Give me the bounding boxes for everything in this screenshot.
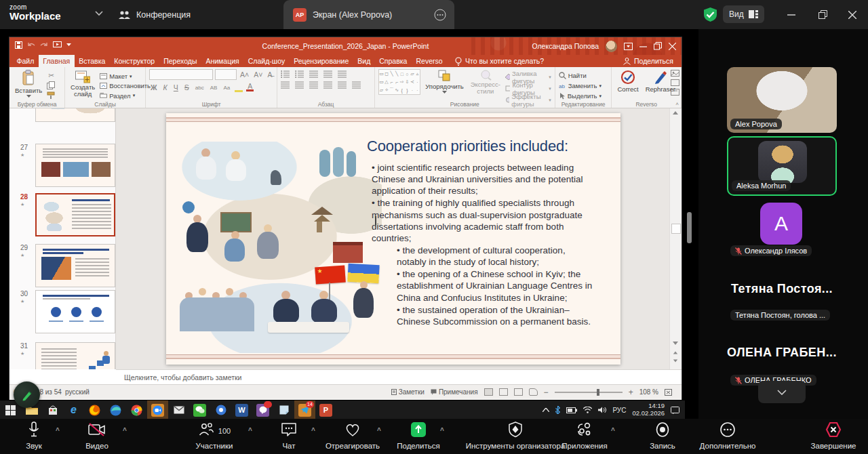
control-share-button[interactable]: Поделиться (378, 422, 459, 450)
replace-button[interactable]: abЗаменить▾ (559, 81, 608, 90)
font-color-button[interactable]: А (246, 83, 254, 91)
thumbnail-slide-31[interactable] (35, 342, 115, 369)
tell-me-box[interactable]: Что вы хотите сделать? (465, 57, 544, 65)
taskbar-sticky-notes-icon[interactable] (273, 400, 294, 419)
speaker-icon[interactable] (598, 407, 606, 413)
taskbar-wechat-icon[interactable] (189, 400, 210, 419)
ppt-minimize-icon[interactable] (639, 43, 647, 50)
scrollbar-thumb[interactable] (671, 224, 681, 234)
ppt-tab-4[interactable]: Переходы (159, 55, 201, 67)
ribbon-display-options-icon[interactable] (624, 43, 633, 50)
numbering-icon[interactable] (295, 70, 304, 78)
taskbar-powerpoint-icon[interactable]: P (315, 400, 336, 419)
ppt-tab-10[interactable]: Reverso (412, 55, 447, 67)
normal-view-button[interactable] (484, 388, 493, 396)
zoom-slider[interactable] (555, 392, 623, 393)
taskbar-mail-icon[interactable] (168, 400, 189, 419)
taskbar-chrome-icon[interactable] (126, 400, 147, 419)
tray-expand-icon[interactable] (542, 408, 549, 412)
panel-textbox-icon[interactable] (671, 89, 679, 96)
justify-icon[interactable] (323, 81, 332, 89)
ppt-tab-5[interactable]: Анимация (201, 55, 243, 67)
bold-button[interactable]: Ж (149, 83, 159, 91)
thumbnail-partial[interactable] (35, 108, 115, 122)
notes-pane[interactable]: Щелкните, чтобы добавить заметки (116, 369, 682, 384)
participant-tile-2[interactable]: Aleksa Morhun (727, 136, 837, 196)
next-slide-icon[interactable] (673, 360, 677, 363)
reading-view-button[interactable] (514, 388, 523, 396)
workspace-chevron-icon[interactable] (95, 11, 103, 16)
notes-toggle[interactable]: Заметки (391, 388, 425, 396)
previous-slide-icon[interactable] (673, 352, 677, 354)
wifi-icon[interactable] (583, 407, 592, 413)
line-spacing-icon[interactable] (338, 70, 347, 78)
panel-placeholder-icon[interactable] (671, 79, 679, 86)
thumbnail-slide-27[interactable] (35, 144, 115, 187)
ppt-share-button[interactable]: Поделиться (623, 57, 682, 65)
fit-to-window-icon[interactable] (665, 389, 672, 396)
align-center-icon[interactable] (295, 81, 304, 89)
new-slide-button[interactable]: Создать слайд (68, 69, 97, 100)
reset-slide-button[interactable]: Восстановить (100, 81, 151, 90)
scroll-down-icon[interactable] (673, 342, 678, 345)
ppt-tab-6[interactable]: Слайд-шоу (243, 55, 289, 67)
increase-font-icon[interactable]: A˄ (239, 70, 250, 79)
comments-toggle[interactable]: Примечания (431, 388, 478, 396)
battery-icon[interactable] (566, 407, 577, 413)
ppt-account-avatar[interactable] (606, 41, 617, 52)
decrease-font-icon[interactable]: A˅ (252, 70, 264, 79)
find-button[interactable]: Найти (559, 69, 608, 80)
participants-collapse-button[interactable] (758, 381, 806, 403)
thumbnail-slide-29[interactable] (35, 244, 115, 287)
correct-button[interactable]: Correct (615, 69, 640, 100)
ppt-restore-icon[interactable] (654, 42, 662, 50)
quick-styles-button[interactable]: Экспресс-стили (469, 69, 502, 100)
control-chevron-icon[interactable]: ^ (440, 427, 444, 434)
panel-image-icon[interactable] (671, 70, 679, 77)
ppt-tab-8[interactable]: Вид (353, 55, 375, 67)
zoom-out-button[interactable]: − (544, 388, 549, 397)
annotation-button[interactable] (14, 381, 40, 408)
participant-tile-5[interactable]: ОЛЕНА ГРАБЕН...ОЛЕНА ГРАБЕНКО (727, 327, 837, 389)
thumbnail-slide-28[interactable] (35, 193, 115, 236)
paste-button[interactable]: Вставить (13, 69, 44, 100)
tray-language[interactable]: РУС (612, 407, 626, 414)
taskbar-firefox-icon[interactable] (84, 400, 105, 419)
window-minimize-button[interactable] (780, 0, 803, 29)
align-right-icon[interactable] (309, 81, 318, 89)
format-painter-icon[interactable] (47, 91, 55, 100)
window-close-button[interactable] (841, 0, 864, 29)
control-people-button[interactable]: 100Участники (174, 422, 255, 450)
ppt-tab-1[interactable]: Главная (39, 55, 75, 67)
tab-conference[interactable]: Конференция (119, 0, 191, 29)
clear-format-icon[interactable]: A̶ (266, 70, 273, 79)
ppt-tab-9[interactable]: Справка (375, 55, 412, 67)
indent-decrease-icon[interactable] (309, 70, 318, 78)
zoom-in-button[interactable]: + (629, 388, 633, 397)
zoom-level[interactable]: 108 % (639, 388, 658, 396)
taskbar-browser-icon[interactable] (210, 400, 231, 419)
highlight-color-button[interactable] (235, 83, 243, 92)
copy-icon[interactable] (47, 81, 55, 89)
thumbnail-slide-30[interactable] (35, 290, 115, 333)
meeting-security-icon[interactable] (703, 7, 718, 22)
font-name-box[interactable] (149, 69, 213, 80)
ppt-tab-7[interactable]: Рецензирование (290, 55, 353, 67)
taskbar-store-icon[interactable] (42, 400, 63, 419)
ppt-tab-2[interactable]: Вставка (75, 55, 110, 67)
select-button[interactable]: Выделить▾ (559, 91, 608, 100)
indent-increase-icon[interactable] (323, 70, 332, 78)
scroll-up-icon[interactable] (673, 111, 678, 115)
participant-tile-1[interactable]: Alex Popova (727, 67, 837, 133)
char-spacing-button[interactable]: АВ (209, 85, 219, 91)
control-chevron-icon[interactable]: ^ (611, 427, 615, 434)
bullets-icon[interactable] (281, 70, 290, 78)
shared-screen-scrollbar[interactable] (687, 212, 692, 243)
participant-tile-3[interactable]: AОлександр Ілясов (727, 200, 837, 260)
bluetooth-icon[interactable] (555, 406, 560, 414)
taskbar-word-icon[interactable]: W (231, 400, 252, 419)
text-direction-icon[interactable] (352, 81, 361, 89)
ppt-tab-3[interactable]: Конструктор (110, 55, 159, 67)
tray-clock[interactable]: 14:19 02.02.2026 (632, 403, 665, 417)
strikethrough-button[interactable]: S (183, 83, 191, 91)
